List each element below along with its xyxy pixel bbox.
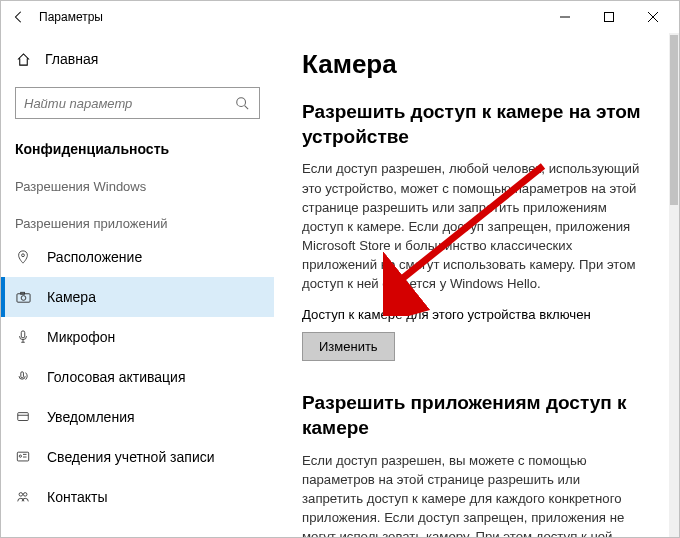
vertical-scrollbar[interactable] [669, 33, 679, 537]
sidebar-group-apps: Разрешения приложений [15, 216, 260, 231]
microphone-icon [15, 330, 31, 344]
svg-rect-12 [18, 413, 29, 421]
search-input[interactable] [24, 96, 233, 111]
sidebar-item-voice-activation[interactable]: Голосовая активация [1, 357, 274, 397]
page-title: Камера [302, 49, 641, 80]
svg-rect-1 [605, 13, 614, 22]
device-access-description: Если доступ разрешен, любой человек, исп… [302, 159, 641, 293]
sidebar-home-label: Главная [45, 51, 98, 67]
svg-rect-10 [21, 331, 25, 338]
device-access-status: Доступ к камере для этого устройства вкл… [302, 307, 641, 322]
search-icon [233, 96, 251, 110]
back-button[interactable] [5, 3, 33, 31]
sidebar-item-label: Голосовая активация [47, 369, 186, 385]
voice-icon [15, 370, 31, 384]
contacts-icon [15, 490, 31, 504]
svg-point-6 [22, 254, 25, 257]
svg-point-18 [19, 493, 23, 497]
sidebar-item-label: Контакты [47, 489, 107, 505]
change-button[interactable]: Изменить [302, 332, 395, 361]
svg-point-19 [23, 493, 27, 497]
section-heading-app-access: Разрешить приложениям доступ к камере [302, 391, 641, 440]
sidebar-item-contacts[interactable]: Контакты [1, 477, 274, 517]
location-icon [15, 250, 31, 264]
account-icon [15, 450, 31, 464]
sidebar-item-account-info[interactable]: Сведения учетной записи [1, 437, 274, 477]
main-content: Камера Разрешить доступ к камере на этом… [274, 33, 669, 537]
camera-icon [15, 290, 31, 305]
svg-rect-11 [21, 372, 24, 378]
sidebar-item-label: Сведения учетной записи [47, 449, 215, 465]
sidebar-item-notifications[interactable]: Уведомления [1, 397, 274, 437]
settings-window: Параметры Главная Конфид [0, 0, 680, 538]
content-frame: Камера Разрешить доступ к камере на этом… [274, 33, 679, 537]
sidebar-home[interactable]: Главная [15, 41, 260, 77]
svg-point-4 [237, 98, 246, 107]
sidebar-item-microphone[interactable]: Микрофон [1, 317, 274, 357]
window-title: Параметры [39, 10, 103, 24]
sidebar-item-label: Микрофон [47, 329, 115, 345]
svg-point-8 [21, 295, 26, 300]
notifications-icon [15, 410, 31, 424]
sidebar-item-camera[interactable]: Камера [1, 277, 274, 317]
section-heading-device-access: Разрешить доступ к камере на этом устрой… [302, 100, 641, 149]
sidebar-item-label: Уведомления [47, 409, 135, 425]
svg-line-5 [245, 106, 249, 110]
titlebar: Параметры [1, 1, 679, 33]
sidebar-item-label: Камера [47, 289, 96, 305]
app-access-description: Если доступ разрешен, вы можете с помощь… [302, 451, 641, 537]
sidebar-item-label: Расположение [47, 249, 142, 265]
minimize-button[interactable] [543, 3, 587, 31]
sidebar-group-windows: Разрешения Windows [15, 179, 260, 194]
svg-point-15 [19, 455, 21, 457]
close-button[interactable] [631, 3, 675, 31]
search-box[interactable] [15, 87, 260, 119]
home-icon [15, 52, 31, 67]
sidebar: Главная Конфиденциальность Разрешения Wi… [1, 33, 274, 537]
sidebar-section-title: Конфиденциальность [15, 141, 260, 157]
maximize-button[interactable] [587, 3, 631, 31]
svg-rect-7 [16, 293, 29, 301]
scrollbar-thumb[interactable] [670, 35, 678, 205]
sidebar-item-location[interactable]: Расположение [1, 237, 274, 277]
